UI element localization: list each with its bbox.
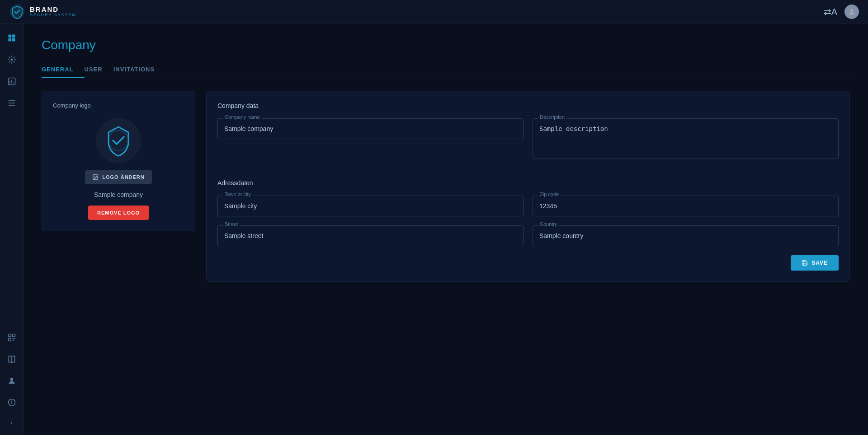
description-field-group: Description Sample description <box>533 118 839 161</box>
brand-sub: SECURE SYSTEM <box>30 13 76 17</box>
topnav: BRAND SECURE SYSTEM ⇄A <box>0 0 868 23</box>
svg-rect-16 <box>8 338 11 341</box>
brand-logo-area: BRAND SECURE SYSTEM <box>9 4 76 20</box>
country-input[interactable] <box>533 225 839 246</box>
svg-rect-4 <box>8 38 11 42</box>
svg-rect-3 <box>12 35 15 38</box>
sidebar-item-reports[interactable] <box>3 72 21 90</box>
svg-rect-17 <box>12 338 14 340</box>
svg-point-21 <box>10 378 13 381</box>
logo-change-label: LOGO ÄNDERN <box>102 174 145 180</box>
logo-image-container <box>96 118 141 163</box>
zip-input[interactable] <box>533 196 839 216</box>
sidebar: › <box>0 23 24 435</box>
town-input[interactable] <box>217 196 524 216</box>
zip-label: Zip code <box>538 192 561 197</box>
street-field-group: Street <box>217 225 524 246</box>
image-icon <box>92 174 99 180</box>
street-country-row: Street Country <box>217 225 839 246</box>
sidebar-item-person[interactable] <box>3 372 21 390</box>
svg-point-1 <box>850 9 853 12</box>
svg-point-28 <box>94 176 95 177</box>
topnav-right: ⇄A <box>824 5 859 19</box>
tabs-bar: GENERAL USER INVITATIONS <box>42 61 850 78</box>
address-data-title: Adressdaten <box>217 179 839 187</box>
sidebar-item-info[interactable] <box>3 393 21 412</box>
logo-area: LOGO ÄNDERN Sample company REMOVE LOGO <box>53 118 184 220</box>
town-zip-row: Town or city Zip code <box>217 196 839 216</box>
svg-point-25 <box>101 123 136 158</box>
country-field-group: Country <box>533 225 839 246</box>
save-button[interactable]: SAVE <box>791 255 839 271</box>
company-data-title: Company data <box>217 102 839 109</box>
company-fields-row: Company name Description Sample descript… <box>217 118 839 161</box>
svg-rect-15 <box>12 334 15 337</box>
street-label: Street <box>223 221 240 227</box>
svg-rect-5 <box>12 38 15 42</box>
sidebar-expand-btn[interactable]: › <box>7 415 16 430</box>
description-label: Description <box>538 114 566 120</box>
logo-change-button[interactable]: LOGO ÄNDERN <box>85 170 152 184</box>
sidebar-item-qr[interactable] <box>3 328 21 346</box>
logo-card: Company logo <box>42 91 195 231</box>
translate-icon[interactable]: ⇄A <box>824 6 837 17</box>
svg-rect-19 <box>12 340 14 341</box>
sidebar-bottom: › <box>3 328 21 430</box>
cards-row: Company logo <box>42 91 850 282</box>
street-input[interactable] <box>217 225 524 246</box>
save-icon <box>802 260 808 266</box>
company-name-field-group: Company name <box>217 118 524 161</box>
company-logo-svg <box>100 122 137 159</box>
sidebar-item-book[interactable] <box>3 350 21 368</box>
svg-rect-14 <box>8 334 11 337</box>
svg-rect-18 <box>14 338 15 340</box>
svg-point-6 <box>10 59 13 61</box>
page-title: Company <box>42 38 850 52</box>
company-name-label: Company name <box>223 114 262 120</box>
town-label: Town or city <box>223 192 253 197</box>
main-layout: › Company GENERAL USER INVITATIONS Compa… <box>0 23 868 435</box>
brand-name: BRAND <box>30 6 76 13</box>
company-name-input[interactable] <box>217 118 524 139</box>
save-label: SAVE <box>811 260 828 266</box>
tab-general[interactable]: GENERAL <box>42 61 85 78</box>
data-card: Company data Company name Description Sa… <box>206 91 850 282</box>
country-label: Country <box>538 221 559 227</box>
content-area: Company GENERAL USER INVITATIONS Company… <box>24 23 868 435</box>
sidebar-top <box>3 29 21 112</box>
sidebar-item-settings[interactable] <box>3 51 21 69</box>
town-field-group: Town or city <box>217 196 524 216</box>
section-divider <box>217 170 839 170</box>
tab-user[interactable]: USER <box>85 61 113 78</box>
sidebar-item-list[interactable] <box>3 94 21 112</box>
save-row: SAVE <box>217 255 839 271</box>
svg-rect-2 <box>8 35 11 38</box>
description-textarea[interactable]: Sample description <box>533 118 839 159</box>
brand-text: BRAND SECURE SYSTEM <box>30 6 76 17</box>
zip-field-group: Zip code <box>533 196 839 216</box>
company-name-display: Sample company <box>94 191 143 198</box>
tab-invitations[interactable]: INVITATIONS <box>113 61 165 78</box>
sidebar-item-dashboard[interactable] <box>3 29 21 47</box>
brand-icon <box>9 4 25 20</box>
avatar[interactable] <box>844 5 859 19</box>
remove-logo-button[interactable]: REMOVE LOGO <box>88 206 149 220</box>
logo-card-title: Company logo <box>53 102 91 109</box>
